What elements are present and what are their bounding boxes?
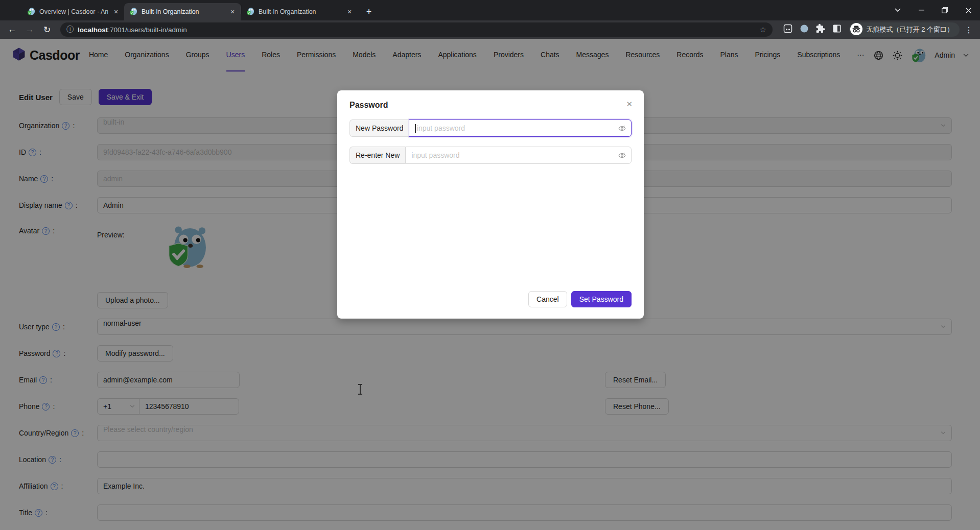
incognito-icon [850, 23, 862, 37]
password-modal: Password ✕ New Password input password R… [337, 90, 644, 319]
incognito-label: 无痕模式（已打开 2 个窗口） [867, 25, 953, 34]
incognito-badge: 无痕模式（已打开 2 个窗口） [849, 22, 960, 37]
tab-strip: Overview | Casdoor · An Open ✕ Built-in … [0, 0, 980, 20]
set-password-button[interactable]: Set Password [571, 291, 632, 307]
browser-tab-builtin-org[interactable]: Built-in Organization ✕ [241, 3, 358, 20]
new-password-input[interactable]: input password [409, 119, 632, 137]
reenter-password-label: Re-enter New [349, 147, 405, 164]
extension-icons [783, 23, 842, 36]
reenter-password-input[interactable]: input password [405, 147, 632, 164]
url-host: localhost [78, 26, 108, 34]
new-password-label: New Password [349, 119, 409, 137]
extension-circle-icon[interactable] [799, 23, 809, 36]
bookmark-star-icon[interactable]: ☆ [760, 26, 766, 34]
tab-close-icon[interactable]: ✕ [228, 8, 237, 16]
reenter-password-row: Re-enter New input password [349, 147, 632, 164]
url-text: localhost:7001/users/built-in/admin [78, 26, 756, 34]
tab-search-chevron-icon[interactable] [886, 0, 909, 20]
browser-tab-builtin-org-active[interactable]: Built-in Organization ✕ [124, 3, 241, 20]
text-caret [415, 124, 416, 133]
site-info-icon[interactable]: ⓘ [66, 25, 74, 34]
forward-button[interactable]: → [22, 22, 37, 37]
eye-invisible-icon[interactable] [618, 152, 626, 159]
new-password-row: New Password input password [349, 119, 632, 137]
maximize-button[interactable] [933, 0, 956, 20]
browser-tab-overview[interactable]: Overview | Casdoor · An Open ✕ [22, 3, 124, 20]
address-bar[interactable]: ⓘ localhost:7001/users/built-in/admin ☆ [60, 22, 773, 37]
input-placeholder: input password [417, 124, 465, 132]
modal-footer: Cancel Set Password [528, 291, 632, 307]
minimize-button[interactable] [909, 0, 933, 20]
input-placeholder: input password [411, 151, 459, 159]
modal-title: Password [349, 101, 632, 110]
favicon-casdoor-icon [129, 7, 137, 17]
tab-close-icon[interactable]: ✕ [112, 8, 120, 16]
cancel-button[interactable]: Cancel [528, 291, 567, 307]
favicon-casdoor-icon [246, 7, 254, 17]
close-window-button[interactable] [956, 0, 980, 20]
tab-close-icon[interactable]: ✕ [345, 8, 354, 16]
url-path: :7001/users/built-in/admin [108, 26, 187, 34]
extension-split-icon[interactable] [832, 23, 842, 36]
eye-invisible-icon[interactable] [618, 125, 626, 132]
new-tab-button[interactable]: + [362, 5, 376, 19]
tab-title: Built-in Organization [142, 8, 224, 15]
browser-toolbar: ← → ↻ ⓘ localhost:7001/users/built-in/ad… [0, 20, 980, 39]
back-button[interactable]: ← [5, 22, 19, 37]
browser-chrome: Overview | Casdoor · An Open ✕ Built-in … [0, 0, 980, 39]
window-controls [886, 0, 980, 20]
browser-menu-icon[interactable]: ⋮ [963, 25, 975, 35]
extension-box-icon[interactable] [783, 23, 793, 36]
tab-title: Overview | Casdoor · An Open [39, 8, 108, 15]
favicon-casdoor-icon [27, 7, 35, 17]
extensions-puzzle-icon[interactable] [815, 23, 826, 36]
tab-title: Built-in Organization [259, 8, 341, 15]
modal-close-icon[interactable]: ✕ [626, 100, 633, 109]
reload-button[interactable]: ↻ [40, 22, 54, 37]
casdoor-page: Casdoor Home Organizations Groups Users … [0, 39, 980, 530]
text-cursor-artifact [358, 384, 363, 396]
